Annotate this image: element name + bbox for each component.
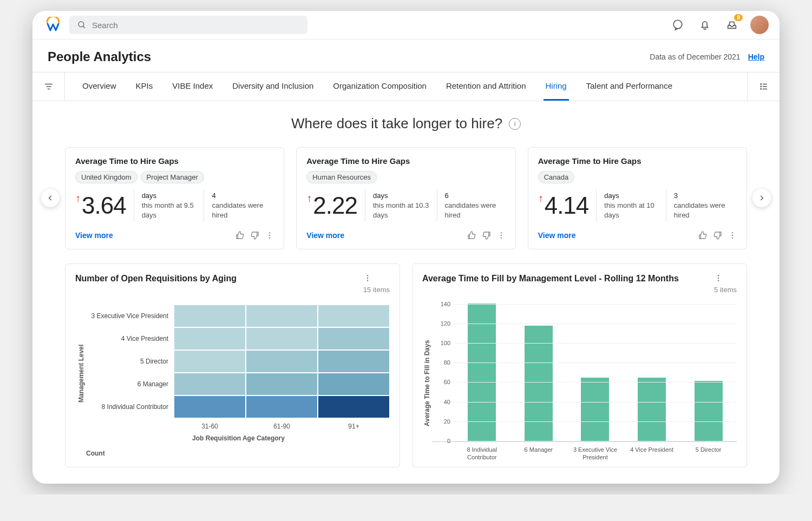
- svg-point-2: [673, 20, 682, 29]
- thumbs-up-icon[interactable]: [467, 230, 476, 240]
- card-title: Average Time to Hire Gaps: [538, 156, 737, 166]
- tab-hiring[interactable]: Hiring: [543, 72, 569, 101]
- heatmap-row-label: 6 Manager: [87, 380, 174, 388]
- view-more-link[interactable]: View more: [75, 231, 113, 240]
- carousel-next-button[interactable]: [752, 189, 771, 207]
- filter-chip: United Kingdom: [75, 171, 137, 183]
- heatmap-cell[interactable]: [174, 395, 246, 418]
- heatmap-cell[interactable]: [246, 373, 318, 395]
- chat-icon[interactable]: [669, 16, 686, 34]
- list-view-icon[interactable]: [747, 72, 780, 101]
- kpi-card: Average Time to Hire Gaps Human Resource…: [296, 147, 515, 249]
- metric-unit: days: [373, 191, 429, 201]
- heatmap-cell[interactable]: [246, 395, 318, 418]
- thumbs-down-icon[interactable]: [713, 230, 723, 240]
- card-more-icon[interactable]: [728, 231, 737, 240]
- heatmap-cell[interactable]: [246, 305, 318, 327]
- heatmap-cell[interactable]: [174, 327, 246, 350]
- search-box[interactable]: [69, 16, 307, 34]
- svg-point-6: [761, 84, 762, 85]
- filter-chip: Project Manager: [141, 171, 204, 183]
- metric-unit: days: [142, 191, 197, 201]
- heatmap-cell[interactable]: [318, 395, 390, 418]
- card-more-icon[interactable]: [265, 231, 274, 240]
- thumbs-up-icon[interactable]: [235, 230, 245, 240]
- tab-row: OverviewKPIsVIBE IndexDiversity and Incl…: [32, 72, 780, 101]
- svg-point-0: [78, 22, 84, 27]
- thumbs-down-icon[interactable]: [250, 230, 260, 240]
- tab-retention-and-attrition[interactable]: Retention and Attrition: [444, 72, 528, 101]
- y-tick-label: 60: [432, 379, 450, 385]
- tab-overview[interactable]: Overview: [80, 72, 119, 101]
- inbox-icon[interactable]: 8: [723, 16, 741, 34]
- notification-bell-icon[interactable]: [696, 16, 713, 34]
- heatmap-more-icon[interactable]: [363, 274, 390, 282]
- tab-kpis[interactable]: KPIs: [134, 72, 155, 101]
- svg-point-25: [718, 277, 719, 278]
- tab-talent-and-performance[interactable]: Talent and Performance: [584, 72, 675, 101]
- card-title: Average Time to Hire Gaps: [75, 156, 274, 166]
- bar-chart-y-axis-label: Average Time to Fill in Days: [422, 305, 432, 461]
- y-tick-label: 40: [432, 399, 450, 405]
- heatmap-cell[interactable]: [174, 373, 246, 395]
- svg-point-17: [500, 237, 501, 238]
- heatmap-cell[interactable]: [174, 305, 246, 327]
- tab-vibe-index[interactable]: VIBE Index: [170, 72, 215, 101]
- filter-icon[interactable]: [32, 72, 65, 101]
- y-tick-label: 120: [432, 320, 450, 327]
- heatmap-row-label: 4 Vice President: [87, 335, 174, 342]
- arrow-up-icon: ↑: [75, 192, 81, 205]
- candidates-count: 4: [212, 191, 266, 201]
- kpi-card: Average Time to Hire Gaps Canada ↑ 4.14 …: [528, 147, 747, 249]
- heatmap-cell[interactable]: [318, 350, 390, 373]
- info-icon[interactable]: i: [509, 118, 521, 130]
- heatmap-cell[interactable]: [318, 305, 390, 327]
- heatmap-cell[interactable]: [318, 373, 390, 395]
- kpi-card: Average Time to Hire Gaps United Kingdom…: [65, 147, 284, 249]
- bar-chart-title: Average Time to Fill by Management Level…: [422, 274, 679, 283]
- metric-detail: this month at 10 days: [604, 201, 658, 220]
- heatmap-cell[interactable]: [246, 327, 318, 350]
- candidates-count: 6: [445, 191, 498, 201]
- heatmap-legend-label: Count: [75, 450, 390, 457]
- bar[interactable]: [581, 378, 609, 441]
- bar[interactable]: [695, 381, 723, 441]
- carousel-prev-button[interactable]: [41, 189, 60, 207]
- view-more-link[interactable]: View more: [538, 231, 576, 240]
- heatmap-cell[interactable]: [318, 327, 390, 350]
- bar-chart-more-icon[interactable]: [714, 274, 737, 282]
- search-input[interactable]: [92, 21, 300, 30]
- y-tick-label: 80: [432, 359, 450, 366]
- tab-organization-composition[interactable]: Organization Composition: [331, 72, 429, 101]
- bar-x-category: 8 Individual Contributor: [454, 442, 510, 461]
- section-heading: Where does it take longer to hire?: [291, 115, 502, 132]
- tab-diversity-and-inclusion[interactable]: Diversity and Inclusion: [230, 72, 316, 101]
- metric-value: 4.14: [545, 192, 589, 219]
- heatmap-x-category: 91+: [318, 418, 390, 430]
- svg-point-16: [500, 234, 501, 235]
- card-more-icon[interactable]: [497, 231, 506, 240]
- svg-point-21: [367, 275, 368, 276]
- svg-point-19: [732, 234, 733, 235]
- arrow-up-icon: ↑: [306, 192, 312, 205]
- bar[interactable]: [638, 378, 666, 441]
- bar[interactable]: [468, 304, 496, 441]
- avatar[interactable]: [750, 16, 769, 34]
- svg-point-26: [718, 280, 719, 281]
- heatmap-cell[interactable]: [174, 350, 246, 373]
- metric-unit: days: [604, 191, 658, 201]
- heatmap-x-axis-label: Job Requisition Age Category: [87, 434, 390, 442]
- thumbs-up-icon[interactable]: [698, 230, 708, 240]
- heatmap-panel: Number of Open Requisitions by Aging 15 …: [65, 263, 400, 467]
- candidates-count: 3: [674, 191, 729, 201]
- view-more-link[interactable]: View more: [306, 231, 344, 240]
- heatmap-y-axis-label: Management Level: [75, 305, 87, 442]
- page-title: People Analytics: [48, 49, 151, 64]
- arrow-up-icon: ↑: [538, 192, 543, 205]
- thumbs-down-icon[interactable]: [482, 230, 492, 240]
- help-link[interactable]: Help: [748, 52, 764, 61]
- metric-detail: this month at 9.5 days: [142, 201, 197, 220]
- heatmap-cell[interactable]: [246, 350, 318, 373]
- search-icon: [77, 20, 87, 30]
- app-logo[interactable]: [43, 15, 63, 35]
